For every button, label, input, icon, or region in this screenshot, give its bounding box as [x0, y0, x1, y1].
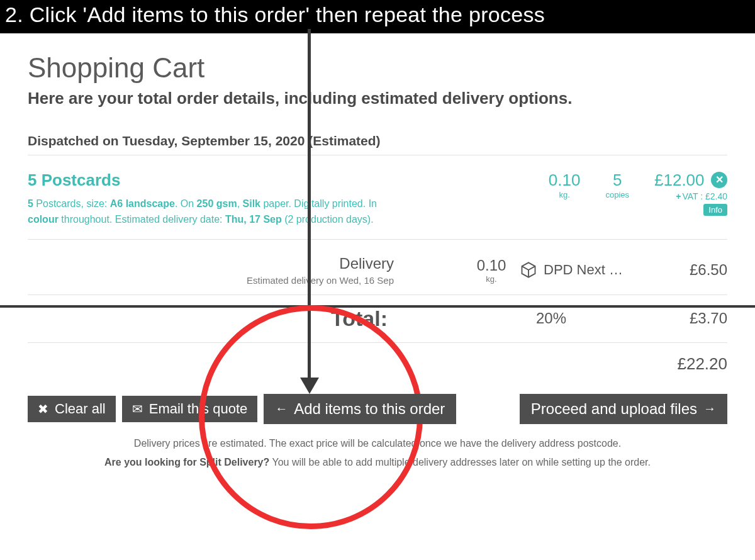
action-buttons: ✖ Clear all ✉ Email this quote ← Add ite… [28, 394, 727, 424]
item-colour: colour [28, 214, 59, 225]
proceed-button[interactable]: Proceed and upload files → [520, 394, 727, 424]
arrow-left-icon: ← [275, 401, 288, 416]
item-delivery-date: Thu, 17 Sep [225, 214, 282, 225]
item-title[interactable]: 5 Postcards [28, 171, 549, 190]
total-row: Total: 20% £3.70 [28, 295, 727, 343]
remove-item-icon[interactable]: ✕ [711, 172, 727, 188]
add-items-button[interactable]: ← Add items to this order [264, 394, 456, 424]
item-finish: Silk [243, 198, 260, 209]
grand-total-row: £22.20 [28, 343, 727, 385]
annotation-arrow-shaft [308, 29, 311, 383]
item-price: £12.00 [654, 171, 705, 190]
dispatch-date: Dispatched on Tuesday, September 15, 202… [28, 133, 727, 155]
package-icon [520, 261, 537, 279]
delivery-estimate: Estimated delivery on Wed, 16 Sep [28, 275, 394, 286]
close-icon: ✖ [38, 401, 48, 417]
annotation-hr [0, 305, 755, 308]
page-subtitle: Here are your total order details, inclu… [28, 89, 727, 108]
item-qty: 5 [28, 198, 33, 209]
total-label: Total: [28, 306, 463, 331]
item-gsm: 250 gsm [197, 198, 237, 209]
vat-amount: £3.70 [639, 310, 727, 327]
info-badge[interactable]: Info [703, 204, 727, 216]
delivery-row: Delivery Estimated delivery on Wed, 16 S… [28, 249, 727, 295]
delivery-weight: 0.10 kg. [463, 257, 520, 284]
email-quote-button[interactable]: ✉ Email this quote [122, 396, 258, 422]
envelope-icon: ✉ [132, 401, 143, 417]
item-weight: 0.10 kg. [549, 171, 581, 199]
item-vat: +VAT : £2.40 [654, 191, 727, 201]
delivery-label: Delivery [28, 255, 394, 272]
delivery-price: £6.50 [652, 261, 727, 279]
item-description: 5 Postcards, size: A6 landscape. On 250 … [28, 196, 380, 228]
annotation-arrow-head [300, 378, 319, 394]
delivery-carrier[interactable]: DPD Next … [520, 261, 652, 279]
footer-line-2: Are you looking for Split Delivery? You … [28, 453, 727, 472]
grand-total: £22.20 [639, 354, 727, 374]
page-title: Shopping Cart [28, 52, 727, 84]
cart-item-row: 5 Postcards 5 Postcards, size: A6 landsc… [28, 171, 727, 240]
instruction-text: 2. Click 'Add items to this order' then … [5, 3, 545, 26]
vat-percent: 20% [463, 310, 639, 327]
instruction-banner: 2. Click 'Add items to this order' then … [0, 0, 755, 33]
clear-all-button[interactable]: ✖ Clear all [28, 396, 116, 422]
cart-container: Shopping Cart Here are your total order … [0, 33, 755, 472]
item-copies: 5 copies [605, 171, 629, 199]
footer-notes: Delivery prices are estimated. The exact… [28, 434, 727, 473]
arrow-right-icon: → [703, 401, 716, 416]
item-size: A6 landscape [110, 198, 175, 209]
footer-line-1: Delivery prices are estimated. The exact… [28, 434, 727, 453]
